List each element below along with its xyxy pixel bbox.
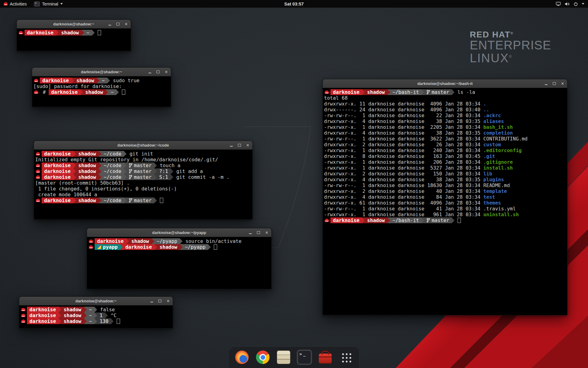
git-branch-icon — [427, 218, 430, 223]
prompt-segment: shadow — [157, 244, 180, 250]
dock-files[interactable] — [276, 350, 291, 365]
terminal-text: -rw-rw-r--. 1 darknoise darknoise 41 Jan… — [324, 206, 516, 212]
maximize-button[interactable] — [158, 297, 162, 305]
minimize-button[interactable] — [148, 68, 152, 76]
maximize-button[interactable] — [257, 228, 260, 237]
close-button[interactable]: × — [246, 141, 250, 149]
dock-chrome[interactable] — [255, 350, 270, 365]
dock-terminal[interactable] — [297, 350, 312, 365]
terminal-line: -rw-rw-r--. 1 darknoise darknoise 18630 … — [324, 182, 566, 188]
minimize-button[interactable] — [108, 20, 111, 28]
powerline-arrow — [421, 217, 424, 223]
terminal-line: drwx------. 24 darknoise darknoise 4096 … — [324, 107, 566, 113]
terminal-line: -rw-rw-r--. 1 darknoise darknoise 22 Jan… — [324, 113, 566, 118]
maximize-glyph — [238, 144, 241, 147]
prompt-segment: shadow — [61, 318, 84, 324]
terminal-text: completion — [483, 130, 513, 136]
terminal-text: template — [483, 188, 507, 194]
close-button[interactable]: × — [561, 79, 564, 88]
redhat-icon — [21, 314, 25, 317]
terminal-text: lib — [483, 171, 492, 177]
minimize-button[interactable] — [150, 297, 153, 305]
window-titlebar[interactable]: darknoise@shadow:~/pyapp × — [87, 228, 271, 237]
window-titlebar[interactable]: darknoise@shadow:~ × — [19, 297, 173, 305]
terminal-text: sudo true — [110, 78, 139, 83]
dock-app-grid[interactable] — [338, 350, 354, 365]
terminal-body[interactable]: darknoiseshadow~/bash-itmaster ls -latot… — [323, 88, 567, 315]
powerline-arrow — [154, 168, 157, 174]
maximize-glyph — [158, 300, 161, 302]
minimize-button[interactable] — [229, 141, 233, 149]
prompt-segment: shadow — [61, 307, 84, 312]
terminal-line: 1 file changed, 0 insertions(+), 0 delet… — [35, 186, 251, 192]
window-titlebar[interactable]: darknoise@shadow:~/code × — [34, 141, 252, 150]
terminal-body[interactable]: darknoiseshadow~/code git initInitialize… — [34, 150, 252, 219]
close-button[interactable]: × — [166, 297, 170, 305]
terminal-text: source bin/activate — [183, 238, 242, 244]
terminal-text: aliases — [483, 118, 504, 124]
minimize-glyph — [545, 84, 548, 85]
window-controls: × — [108, 20, 128, 28]
terminal-line: total 68 — [324, 95, 566, 101]
terminal-text: drwxrwxr-x. 4 darknoise darknoise 38 Jan… — [324, 118, 483, 124]
chevron-down-icon[interactable] — [582, 3, 584, 5]
app-menu-terminal[interactable]: Terminal — [30, 0, 66, 8]
powerline-arrow — [71, 78, 74, 83]
powerline-arrow — [180, 238, 183, 244]
terminal-text — [454, 217, 458, 223]
clock[interactable]: Sat 03:57 — [284, 2, 303, 6]
terminal-body[interactable]: darknoiseshadow~/pyapp source bin/activa… — [87, 237, 271, 289]
display-icon[interactable] — [556, 2, 561, 6]
terminal-body[interactable]: darknoiseshadow~ sudo true[sudo] passwor… — [32, 76, 171, 107]
terminal-text: drwxrwxr-x. 4 darknoise darknoise 38 Jan… — [324, 130, 483, 136]
maximize-button[interactable] — [116, 20, 120, 28]
powerline-arrow — [116, 89, 119, 95]
terminal-line: # darknoiseshadow~ — [33, 89, 170, 95]
powerline-arrow — [107, 78, 110, 83]
prompt-segment: master — [424, 217, 452, 223]
redhat-icon — [19, 31, 23, 34]
powerline-arrow — [105, 312, 108, 318]
terminal-body[interactable]: darknoiseshadow~ falsedarknoiseshadow~1 … — [19, 305, 173, 328]
dock-software[interactable] — [318, 350, 333, 365]
prompt-segment: darknoise — [40, 78, 71, 83]
close-button[interactable]: × — [265, 228, 269, 237]
activities-button[interactable]: Activities — [0, 0, 30, 8]
close-button[interactable]: × — [124, 20, 128, 28]
terminal-window-sudo: darknoise@shadow:~ × darknoiseshadow~ su… — [32, 67, 171, 107]
rhel-logo-line3: LINUX® — [470, 52, 551, 65]
power-icon[interactable] — [574, 2, 578, 6]
terminal-line: create mode 100644 a — [35, 192, 251, 197]
powerline-arrow — [84, 318, 87, 324]
window-titlebar[interactable]: darknoise@shadow:~/bash-it × — [323, 79, 567, 88]
window-titlebar[interactable]: darknoise@shadow:~ × — [17, 20, 131, 29]
prompt-segment: master — [424, 89, 452, 95]
window-titlebar[interactable]: darknoise@shadow:~ × — [32, 68, 171, 76]
terminal-line: -rw-rw-r--. 1 darknoise darknoise 41 Jan… — [324, 206, 566, 212]
redhat-icon — [325, 219, 329, 222]
maximize-button[interactable] — [156, 68, 160, 76]
terminal-text — [95, 30, 98, 36]
maximize-button[interactable] — [238, 141, 241, 149]
powerline-arrow — [154, 244, 157, 250]
terminal-cursor — [214, 244, 217, 250]
prompt-segment: darknoise — [123, 244, 154, 250]
terminal-text: .ackrc — [483, 113, 501, 118]
powerline-arrow — [105, 89, 108, 95]
terminal-line: -rwxrwxr-x. 1 darknoise darknoise 206 Ja… — [324, 159, 566, 165]
powerline-arrow — [81, 30, 84, 36]
redhat-icon — [36, 152, 40, 155]
files-icon — [277, 351, 290, 364]
maximize-button[interactable] — [552, 79, 556, 88]
minimize-button[interactable] — [248, 228, 252, 237]
close-button[interactable]: × — [164, 68, 168, 76]
terminal-body[interactable]: darknoiseshadow~ — [17, 29, 131, 51]
dock-firefox[interactable] — [234, 350, 250, 365]
terminal-text: touch a — [157, 163, 180, 168]
powerline-arrow — [73, 197, 76, 203]
system-status-area[interactable] — [556, 0, 588, 8]
terminal-line: -rwxrwxr-x. 1 darknoise darknoise 2205 J… — [324, 124, 566, 130]
volume-icon[interactable] — [565, 2, 570, 6]
powerline-arrow — [111, 318, 114, 324]
minimize-button[interactable] — [544, 79, 548, 88]
